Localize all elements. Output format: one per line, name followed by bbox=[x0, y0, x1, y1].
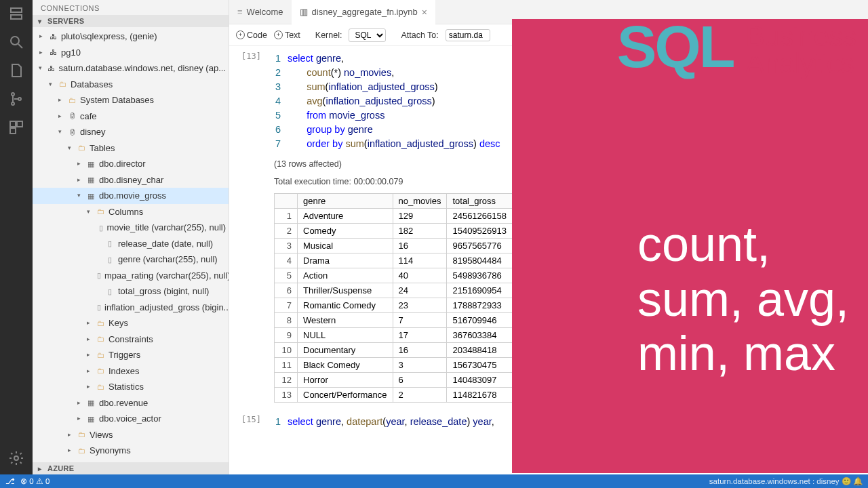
table-row[interactable]: 1Adventure12924561266158190397412 bbox=[275, 209, 568, 224]
servers-section[interactable]: ▾SERVERS bbox=[33, 15, 229, 27]
column-node[interactable]: ▯release_date (date, null) bbox=[33, 236, 229, 252]
column-node[interactable]: ▯inflation_adjusted_gross (bigin... bbox=[33, 300, 229, 316]
notebook-icon[interactable] bbox=[8, 62, 24, 79]
code-cell-15[interactable]: 1select genre, datepart(year, release_da… bbox=[269, 415, 494, 429]
column-node[interactable]: ▯total_gross (bigint, null) bbox=[33, 283, 229, 300]
tree-node[interactable]: ▸▦dbo.voice_actor bbox=[33, 411, 229, 427]
status-bar: ⎇ ⊗ 0 ⚠ 0 saturn.database.windows.net : … bbox=[0, 474, 868, 488]
add-text-button[interactable]: +Text bbox=[274, 30, 300, 40]
table-row[interactable]: 13Concert/Performance211482167857410839 bbox=[275, 388, 568, 403]
code-cell-13[interactable]: 1select genre,2 count(*) no_movies,3 sum… bbox=[269, 52, 500, 151]
source-control-icon[interactable] bbox=[8, 91, 24, 107]
table-row[interactable]: 6Thriller/Suspense24215169095489653789 bbox=[275, 283, 568, 298]
svg-rect-7 bbox=[10, 121, 16, 127]
svg-rect-9 bbox=[10, 128, 16, 134]
cell-execution-count: [15] bbox=[241, 415, 269, 424]
kernel-select[interactable]: SQL bbox=[349, 28, 386, 42]
table-row[interactable]: 7Romantic Comedy23178887293377777084 bbox=[275, 298, 568, 313]
svg-rect-0 bbox=[11, 8, 22, 12]
tab-bar: ≡Welcome ▥disney_aggregate_fn.ipynb× bbox=[229, 0, 868, 24]
attach-label: Attach To: bbox=[401, 30, 438, 40]
notebook-file-icon: ▥ bbox=[300, 7, 308, 17]
table-row[interactable]: 3Musical169657565776603597861 bbox=[275, 239, 568, 253]
tree-node[interactable]: ▸🗀System Databases bbox=[33, 92, 229, 108]
table-row[interactable]: 8Western751670994673815706 bbox=[275, 313, 568, 328]
editor-main: ≡Welcome ▥disney_aggregate_fn.ipynb× +Co… bbox=[229, 0, 868, 474]
tree-node[interactable]: ▾🗀Columns bbox=[33, 204, 229, 220]
problems-indicator[interactable]: ⊗ 0 ⚠ 0 bbox=[20, 476, 50, 486]
tree-node[interactable]: ▸🗀Synonyms bbox=[33, 443, 229, 459]
branch-indicator[interactable]: ⎇ bbox=[5, 476, 15, 486]
col-header[interactable]: genre bbox=[298, 194, 393, 209]
tree-node[interactable]: ▸▦dbo.revenue bbox=[33, 395, 229, 411]
tree-node[interactable]: ▸🛢cafe bbox=[33, 108, 229, 125]
server-node[interactable]: ▾🖧saturn.database.windows.net, disney (a… bbox=[33, 60, 229, 77]
svg-rect-1 bbox=[11, 15, 22, 19]
column-node[interactable]: ▯genre (varchar(255), null) bbox=[33, 251, 229, 268]
execution-time-msg: Total execution time: 00:00:00.079 bbox=[274, 177, 868, 186]
table-row[interactable]: 2Comedy1821540952691384667730 bbox=[275, 224, 568, 239]
svg-point-4 bbox=[12, 93, 14, 96]
tree-node[interactable]: ▸🗀Triggers bbox=[33, 347, 229, 363]
col-header[interactable]: total_gross bbox=[447, 194, 513, 209]
table-row[interactable]: 4Drama114819580448471893021 bbox=[275, 253, 568, 268]
server-node[interactable]: ▸🖧pluto\sqlexpress, (genie) bbox=[33, 28, 229, 45]
column-node[interactable]: ▯mpaa_rating (varchar(255), null) bbox=[33, 268, 229, 284]
tree-node[interactable]: ▾🗀Databases bbox=[33, 77, 229, 93]
svg-point-5 bbox=[12, 102, 14, 105]
servers-icon[interactable] bbox=[8, 5, 24, 22]
settings-icon[interactable] bbox=[8, 450, 24, 466]
server-node[interactable]: ▸🖧pg10 bbox=[33, 45, 229, 61]
svg-point-2 bbox=[11, 37, 19, 45]
result-table: genreno_moviestotal_grossavg_gross1Adven… bbox=[274, 193, 568, 403]
table-row[interactable]: 11Black Comedy315673047552243491 bbox=[275, 358, 568, 373]
tree-node[interactable]: ▸🗀Constraints bbox=[33, 331, 229, 348]
tree-node[interactable]: ▸🗀Indexes bbox=[33, 363, 229, 380]
col-header[interactable] bbox=[275, 194, 298, 209]
col-header[interactable]: no_movies bbox=[393, 194, 447, 209]
cell-execution-count: [13] bbox=[241, 52, 269, 61]
tree-node[interactable]: ▾🗀Tables bbox=[33, 140, 229, 157]
column-node[interactable]: ▯movie_title (varchar(255), null) bbox=[33, 220, 229, 236]
connections-tree: ▸🖧pluto\sqlexpress, (genie)▸🖧pg10▾🖧satur… bbox=[33, 27, 229, 462]
kernel-label: Kernel: bbox=[315, 30, 342, 40]
notebook-toolbar: +Code +Text Kernel: SQL Attach To: bbox=[229, 24, 868, 46]
tree-node[interactable]: ▸🗀Views bbox=[33, 427, 229, 443]
extensions-icon[interactable] bbox=[8, 119, 24, 136]
attach-input[interactable] bbox=[446, 29, 490, 41]
table-movie-gross[interactable]: ▾▦dbo.movie_gross bbox=[33, 188, 229, 204]
tree-node[interactable]: ▾🛢disney bbox=[33, 124, 229, 140]
sidebar: CONNECTIONS ▾SERVERS ▸🖧pluto\sqlexpress,… bbox=[33, 0, 229, 474]
table-row[interactable]: 9NULL1736760338421623728 bbox=[275, 328, 568, 343]
svg-rect-8 bbox=[17, 121, 22, 127]
tree-node[interactable]: ▸🗀Statistics bbox=[33, 379, 229, 395]
svg-point-6 bbox=[18, 98, 21, 100]
svg-point-10 bbox=[14, 456, 18, 460]
add-code-button[interactable]: +Code bbox=[236, 30, 267, 40]
tree-node[interactable]: ▸🗀Keys bbox=[33, 315, 229, 331]
azure-section[interactable]: ▸AZURE bbox=[33, 462, 229, 474]
activity-bar bbox=[0, 0, 33, 474]
table-row[interactable]: 12Horror614048309723413849 bbox=[275, 373, 568, 388]
rows-affected-msg: (13 rows affected) bbox=[274, 159, 868, 169]
tab-notebook[interactable]: ▥disney_aggregate_fn.ipynb× bbox=[292, 0, 435, 24]
sidebar-title: CONNECTIONS bbox=[33, 0, 229, 15]
tab-welcome[interactable]: ≡Welcome bbox=[229, 0, 292, 24]
col-header[interactable]: avg_gross bbox=[512, 194, 568, 209]
tree-node[interactable]: ▸▦dbo.director bbox=[33, 156, 229, 172]
table-row[interactable]: 10Documentary1620348841812718026 bbox=[275, 343, 568, 358]
svg-line-3 bbox=[18, 44, 22, 48]
close-icon[interactable]: × bbox=[422, 7, 427, 18]
table-row[interactable]: 5Action405498936786137473419 bbox=[275, 268, 568, 283]
connection-status[interactable]: saturn.database.windows.net : disney 🙂 🔔 bbox=[709, 476, 863, 486]
tree-node[interactable]: ▸▦dbo.disney_char bbox=[33, 172, 229, 188]
notebook-content: [13] 1select genre,2 count(*) no_movies,… bbox=[229, 46, 868, 474]
search-icon[interactable] bbox=[8, 34, 24, 50]
